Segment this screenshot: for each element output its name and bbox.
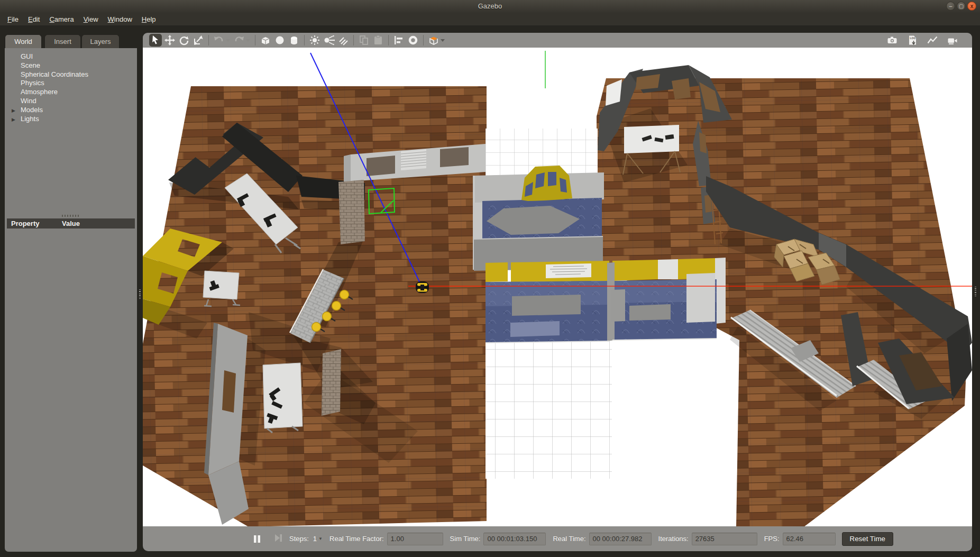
tree-item-models[interactable]: ▶Models — [5, 106, 137, 115]
toolbar-separator — [208, 35, 209, 45]
left-splitter-handle[interactable] — [139, 289, 141, 299]
plot-button[interactable] — [926, 34, 939, 47]
tab-layers[interactable]: Layers — [81, 34, 120, 48]
right-splitter-handle[interactable] — [975, 287, 976, 296]
toolbar-separator — [423, 35, 424, 45]
select-tool[interactable] — [149, 34, 162, 47]
menu-window[interactable]: Window — [103, 14, 137, 24]
real-time-factor-value[interactable]: 1.00 — [387, 533, 443, 545]
value-column-header: Value — [62, 218, 80, 229]
carpet-rooms — [486, 258, 726, 343]
insert-spotlight-button[interactable] — [323, 34, 335, 47]
real-time-label: Real Time: — [553, 535, 585, 543]
step-button[interactable] — [274, 534, 282, 544]
stone-panel — [322, 349, 341, 416]
window-title: Gazebo — [0, 2, 980, 10]
rotate-tool[interactable] — [178, 34, 190, 47]
real-time-value[interactable]: 00 00:00:27.982 — [589, 533, 652, 545]
insert-pointlight-button[interactable] — [308, 34, 321, 47]
fps-value[interactable]: 62.46 — [783, 533, 836, 545]
toolbar-separator — [353, 35, 354, 45]
toolbar-separator — [255, 35, 255, 45]
panel-splitter-handle[interactable] — [62, 215, 80, 217]
view-angle-button[interactable] — [427, 34, 440, 47]
pause-button[interactable] — [253, 535, 261, 543]
menu-camera[interactable]: Camera — [44, 14, 78, 24]
property-table-header: Property Value — [7, 218, 135, 229]
insert-box-button[interactable] — [259, 34, 272, 47]
world-panel: GUISceneSpherical CoordinatesPhysicsAtmo… — [5, 48, 137, 552]
view-angle-dropdown[interactable] — [439, 34, 446, 47]
toolbar-left — [149, 34, 447, 47]
maximize-button[interactable]: ▢ — [957, 2, 966, 11]
minimize-button[interactable]: – — [946, 2, 955, 11]
stone-pillar — [338, 180, 365, 244]
tree-item-lights[interactable]: ▶Lights — [5, 115, 137, 124]
align-tool[interactable] — [392, 34, 405, 47]
sim-time-value[interactable]: 00 00:01:03.150 — [483, 533, 546, 545]
menu-help[interactable]: Help — [137, 14, 161, 24]
toolbar: LOG — [143, 33, 972, 48]
tree-item-scene[interactable]: Scene — [5, 61, 137, 70]
property-column-header: Property — [11, 218, 39, 229]
tab-world[interactable]: World — [5, 34, 42, 48]
window-controls: –▢x — [946, 2, 976, 11]
menu-edit[interactable]: Edit — [23, 14, 44, 24]
screenshot-button[interactable] — [886, 34, 899, 47]
video-record-button[interactable] — [946, 34, 959, 47]
robot[interactable] — [416, 281, 429, 293]
redo-button[interactable] — [233, 34, 245, 47]
title-bar[interactable]: Gazebo –▢x — [0, 0, 980, 14]
steps-value[interactable]: 1 — [313, 535, 317, 543]
gazebo-window: Gazebo –▢x FileEditCameraViewWindowHelp … — [0, 0, 980, 557]
steps-label: Steps: — [289, 535, 309, 543]
undo-button[interactable] — [213, 34, 225, 47]
tree-item-physics[interactable]: Physics — [5, 79, 137, 88]
scale-tool[interactable] — [192, 34, 205, 47]
sim-time-label: Sim Time: — [450, 535, 481, 543]
wall-poster — [546, 263, 591, 278]
paste-button[interactable] — [372, 34, 384, 47]
insert-cylinder-button[interactable] — [288, 34, 300, 47]
tree-item-atmosphere[interactable]: Atmosphere — [5, 88, 137, 97]
tab-insert[interactable]: Insert — [44, 34, 81, 48]
real-time-factor-label: Real Time Factor: — [329, 535, 384, 543]
3d-viewport[interactable] — [143, 48, 972, 526]
tree-item-wind[interactable]: Wind — [5, 97, 137, 106]
expand-arrow-icon[interactable]: ▶ — [12, 115, 15, 124]
iterations-label: Iterations: — [658, 535, 689, 543]
snap-tool[interactable] — [407, 34, 419, 47]
menu-view[interactable]: View — [79, 14, 103, 24]
steps-dropdown-arrow[interactable]: ▼ — [318, 536, 323, 541]
menu-file[interactable]: File — [3, 14, 23, 24]
redo-history-dropdown[interactable] — [245, 34, 251, 47]
fps-label: FPS: — [764, 535, 780, 543]
tent-table — [624, 125, 679, 153]
toolbar-separator — [304, 35, 305, 45]
copy-button[interactable] — [358, 34, 370, 47]
reset-time-button[interactable]: Reset Time — [842, 532, 893, 546]
expand-arrow-icon[interactable]: ▶ — [12, 106, 15, 115]
insert-dirlight-button[interactable] — [337, 34, 350, 47]
toolbar-right: LOG — [886, 34, 972, 47]
status-bar: Steps: 1 ▼ Real Time Factor:1.00Sim Time… — [143, 526, 972, 551]
translate-tool[interactable] — [163, 34, 176, 47]
tree-item-gui[interactable]: GUI — [5, 52, 137, 61]
insert-sphere-button[interactable] — [273, 34, 286, 47]
svg-text:LOG: LOG — [910, 36, 916, 40]
world-tree: GUISceneSpherical CoordinatesPhysicsAtmo… — [5, 52, 137, 123]
iterations-value[interactable]: 27635 — [692, 533, 757, 545]
undo-history-dropdown[interactable] — [225, 34, 231, 47]
tree-item-spherical-coordinates[interactable]: Spherical Coordinates — [5, 70, 137, 79]
log-record-button[interactable]: LOG — [906, 34, 919, 47]
menu-bar: FileEditCameraViewWindowHelp — [0, 13, 980, 25]
toolbar-separator — [388, 35, 389, 45]
table-markers-3 — [263, 363, 303, 433]
close-button[interactable]: x — [967, 2, 976, 11]
